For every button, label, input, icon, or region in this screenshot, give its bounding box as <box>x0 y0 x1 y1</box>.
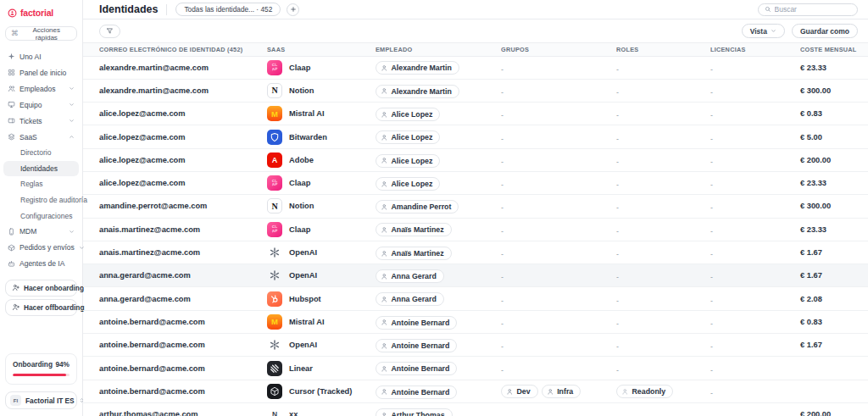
table-row[interactable]: alice.lopez@acme.comMMistral AIAlice Lop… <box>83 103 868 125</box>
tab-all-identities[interactable]: Todas las identidade... · 452 <box>175 3 281 16</box>
employee-cell: Anna Gerard <box>376 291 501 307</box>
monitor-icon <box>8 101 15 108</box>
sidebar-item-equipo[interactable]: Equipo <box>0 97 82 113</box>
employee-pill[interactable]: Antoine Bernard <box>376 362 457 375</box>
person-icon <box>381 250 388 258</box>
sidebar-item-saas[interactable]: SaaS <box>0 129 82 145</box>
roles-cell: - <box>616 337 710 352</box>
quick-actions-button[interactable]: ⌘ Acciones rápidas <box>5 26 77 41</box>
table-row[interactable]: alice.lopez@acme.comAAdobeAlice Lopez---… <box>83 149 868 172</box>
table-row[interactable]: arthur.thomas@acme.comNxxArthur Thomas--… <box>83 403 868 416</box>
sidebar-item-uno-ai[interactable]: Uno AI <box>0 48 82 64</box>
empty-value: - <box>616 342 619 351</box>
sidebar-item-empleados[interactable]: Empleados <box>0 80 82 97</box>
groups-pill[interactable]: Dev <box>501 385 538 398</box>
monthly-cost: € 0.83 <box>800 318 868 326</box>
table-row[interactable]: antoine.bernard@acme.comOpenAIAntoine Be… <box>83 334 868 357</box>
table-row[interactable]: antoine.bernard@acme.comMMistral AIAntoi… <box>83 311 868 334</box>
roles-cell: - <box>616 314 710 330</box>
employee-pill-label: Alice Lopez <box>392 180 433 188</box>
table-row[interactable]: alexandre.martin@acme.comCLAPClaapAlexan… <box>83 57 868 80</box>
employee-pill[interactable]: Alice Lopez <box>376 154 440 168</box>
person-icon <box>381 342 388 350</box>
offboarding-button[interactable]: Hacer offboarding <box>5 299 77 316</box>
table-row[interactable]: anna.gerard@acme.comOpenAIAnna Gerard---… <box>83 264 868 287</box>
company-selector[interactable]: FI Factorial IT ES <box>5 391 77 409</box>
roles-pill[interactable]: Readonly <box>616 385 673 398</box>
employee-pill[interactable]: Anaïs Martinez <box>376 223 452 236</box>
empty-value: - <box>616 366 619 374</box>
identity-email: anna.gerard@acme.com <box>99 295 267 303</box>
table-row[interactable]: antoine.bernard@acme.comCursor (Tracked)… <box>83 380 868 403</box>
sidebar-subitem-configuraciones[interactable]: Configuraciones <box>3 208 79 224</box>
sidebar-subitem-registro-de-auditor-a[interactable]: Registro de auditoría <box>3 192 79 208</box>
employee-pill[interactable]: Amandine Perrot <box>376 200 459 214</box>
table-row[interactable]: antoine.bernard@acme.comLinearAntoine Be… <box>83 357 868 380</box>
saas-name: OpenAI <box>289 248 317 257</box>
roles-cell: - <box>616 153 710 168</box>
sidebar-nav: Uno AIPanel de inicioEmpleadosEquipoTick… <box>0 48 82 145</box>
employee-pill[interactable]: Alexandre Martin <box>376 61 459 75</box>
offboarding-label: Hacer offboarding <box>24 303 84 312</box>
identity-email: amandine.perrot@acme.com <box>99 202 267 210</box>
sidebar-item-label: Empleados <box>19 85 56 93</box>
groups-cell: - <box>501 314 616 330</box>
table-row[interactable]: amandine.perrot@acme.comNNotionAmandine … <box>83 195 868 218</box>
sparkle-icon <box>8 53 15 60</box>
employee-pill[interactable]: Alice Lopez <box>376 177 440 191</box>
employee-cell: Anna Gerard <box>376 268 501 283</box>
empty-value: - <box>710 158 713 166</box>
empty-value: - <box>501 135 504 143</box>
saas-app-icon-mistral: M <box>267 314 282 330</box>
vista-button[interactable]: Vista <box>742 24 785 38</box>
sidebar-item-panel-de-inicio[interactable]: Panel de inicio <box>0 64 82 80</box>
employee-pill[interactable]: Anaïs Martinez <box>376 247 452 260</box>
employee-pill[interactable]: Alice Lopez <box>376 108 440 121</box>
onboarding-button[interactable]: Hacer onboarding <box>5 280 77 297</box>
saas-app-icon-cursor <box>267 384 282 399</box>
factorial-logo[interactable]: factorial <box>0 0 82 22</box>
page-title: Identidades <box>99 3 158 15</box>
person-icon <box>381 365 388 373</box>
licenses-cell: - <box>710 361 800 376</box>
groups-pill[interactable]: Infra <box>542 385 581 398</box>
sidebar-subitem-reglas[interactable]: Reglas <box>3 176 79 192</box>
saas-cell: Cursor (Tracked) <box>267 384 376 399</box>
add-view-button[interactable] <box>287 3 299 16</box>
sidebar-item-agentes-de-ia[interactable]: Agentes de IA <box>0 256 82 272</box>
onboarding-progress-card[interactable]: Onboarding 94% <box>5 353 77 385</box>
employee-pill[interactable]: Antoine Bernard <box>376 385 457 399</box>
table-row[interactable]: alexandre.martin@acme.comNNotionAlexandr… <box>83 80 868 103</box>
guardar-como-button[interactable]: Guardar como <box>792 24 858 38</box>
employee-pill-label: Antoine Bernard <box>392 388 450 397</box>
employee-pill[interactable]: Alexandre Martin <box>376 85 459 98</box>
sidebar-subitem-identidades[interactable]: Identidades <box>3 161 79 177</box>
sidebar-item-label: Pedidos y envíos <box>19 243 75 252</box>
licenses-cell: - <box>710 314 800 330</box>
employee-pill-label: Alice Lopez <box>392 157 433 165</box>
sidebar-item-pedidos-y-env-os[interactable]: Pedidos y envíos <box>0 240 82 256</box>
filter-button[interactable] <box>99 25 120 38</box>
groups-cell: - <box>501 361 616 376</box>
sidebar-subitem-directorio[interactable]: Directorio <box>3 145 79 161</box>
employee-pill[interactable]: Alice Lopez <box>376 130 440 144</box>
monthly-cost: € 5.00 <box>800 133 868 141</box>
column-header-licencias: LICENCIAS <box>710 46 800 53</box>
employee-pill[interactable]: Anna Gerard <box>376 269 444 283</box>
employee-pill[interactable]: Antoine Bernard <box>376 316 457 330</box>
column-header-coste-mensual: COSTE MENSUAL <box>800 46 868 53</box>
sidebar-item-mdm[interactable]: MDM <box>0 224 82 240</box>
saas-app-icon-openai <box>267 245 282 260</box>
employee-pill[interactable]: Antoine Bernard <box>376 339 457 352</box>
table-row[interactable]: anais.martinez@acme.comCLAPClaapAnaïs Ma… <box>83 219 868 241</box>
employee-pill[interactable]: Anna Gerard <box>376 292 444 306</box>
sidebar-item-tickets[interactable]: Tickets <box>0 113 82 129</box>
table-row[interactable]: alice.lopez@acme.comCLAPClaapAlice Lopez… <box>83 172 868 195</box>
search-input[interactable] <box>775 5 852 14</box>
search-box[interactable] <box>758 3 858 16</box>
table-row[interactable]: anna.gerard@acme.comHubspotAnna Gerard--… <box>83 287 868 310</box>
table-row[interactable]: anais.martinez@acme.comOpenAIAnaïs Marti… <box>83 241 868 264</box>
groups-cell: - <box>501 153 616 168</box>
employee-pill[interactable]: Arthur Thomas <box>376 408 453 416</box>
table-row[interactable]: alice.lopez@acme.comBitwardenAlice Lopez… <box>83 125 868 148</box>
